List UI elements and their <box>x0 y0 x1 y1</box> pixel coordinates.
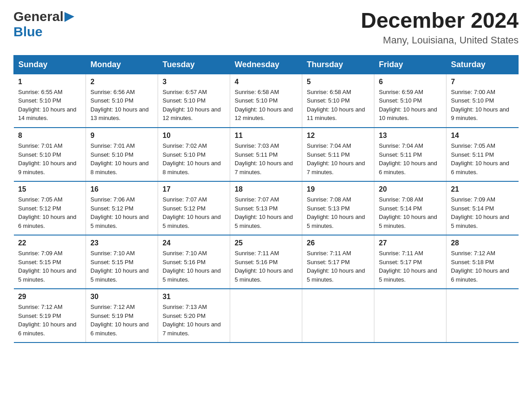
day-header-tuesday: Tuesday <box>158 55 230 74</box>
calendar-cell: 2 Sunrise: 6:56 AMSunset: 5:10 PMDayligh… <box>86 74 158 128</box>
day-info: Sunrise: 6:57 AMSunset: 5:10 PMDaylight:… <box>163 89 221 122</box>
day-header-wednesday: Wednesday <box>230 55 302 74</box>
day-number: 11 <box>235 132 297 140</box>
calendar-cell <box>374 289 446 342</box>
calendar-cell: 1 Sunrise: 6:55 AMSunset: 5:10 PMDayligh… <box>14 74 86 128</box>
day-number: 2 <box>90 78 153 86</box>
day-info: Sunrise: 7:04 AMSunset: 5:11 PMDaylight:… <box>379 142 437 176</box>
day-number: 19 <box>307 185 369 193</box>
calendar-cell: 22 Sunrise: 7:09 AMSunset: 5:15 PMDaylig… <box>14 235 86 289</box>
day-info: Sunrise: 6:55 AMSunset: 5:10 PMDaylight:… <box>18 89 77 122</box>
day-number: 4 <box>235 78 297 86</box>
day-info: Sunrise: 7:07 AMSunset: 5:12 PMDaylight:… <box>163 196 221 229</box>
calendar-cell: 16 Sunrise: 7:06 AMSunset: 5:12 PMDaylig… <box>86 181 158 235</box>
calendar-cell: 20 Sunrise: 7:08 AMSunset: 5:14 PMDaylig… <box>374 181 446 235</box>
day-info: Sunrise: 7:12 AMSunset: 5:19 PMDaylight:… <box>18 304 77 337</box>
day-header-sunday: Sunday <box>14 55 86 74</box>
calendar-cell: 28 Sunrise: 7:12 AMSunset: 5:18 PMDaylig… <box>446 235 519 289</box>
calendar-cell: 7 Sunrise: 7:00 AMSunset: 5:10 PMDayligh… <box>446 74 519 128</box>
calendar-week-4: 22 Sunrise: 7:09 AMSunset: 5:15 PMDaylig… <box>14 235 519 289</box>
day-info: Sunrise: 7:06 AMSunset: 5:12 PMDaylight:… <box>90 196 149 229</box>
day-number: 8 <box>18 132 82 140</box>
calendar-cell: 13 Sunrise: 7:04 AMSunset: 5:11 PMDaylig… <box>374 128 446 181</box>
calendar-cell: 18 Sunrise: 7:07 AMSunset: 5:13 PMDaylig… <box>230 181 302 235</box>
day-number: 25 <box>235 239 297 247</box>
day-number: 14 <box>451 132 514 140</box>
day-info: Sunrise: 7:02 AMSunset: 5:10 PMDaylight:… <box>163 142 221 176</box>
svg-marker-0 <box>64 12 74 22</box>
day-number: 22 <box>18 239 82 247</box>
day-number: 12 <box>307 132 369 140</box>
day-info: Sunrise: 7:04 AMSunset: 5:11 PMDaylight:… <box>307 142 365 176</box>
day-number: 30 <box>90 293 153 301</box>
calendar-cell: 11 Sunrise: 7:03 AMSunset: 5:11 PMDaylig… <box>230 128 302 181</box>
day-info: Sunrise: 7:10 AMSunset: 5:15 PMDaylight:… <box>90 250 149 283</box>
day-info: Sunrise: 7:11 AMSunset: 5:16 PMDaylight:… <box>235 250 293 283</box>
day-number: 7 <box>451 78 514 86</box>
day-number: 17 <box>163 185 225 193</box>
day-info: Sunrise: 6:58 AMSunset: 5:10 PMDaylight:… <box>235 89 293 122</box>
calendar-cell: 14 Sunrise: 7:05 AMSunset: 5:11 PMDaylig… <box>446 128 519 181</box>
calendar-cell: 19 Sunrise: 7:08 AMSunset: 5:13 PMDaylig… <box>302 181 374 235</box>
day-header-thursday: Thursday <box>302 55 374 74</box>
logo: General Blue <box>13 9 74 39</box>
calendar-cell: 4 Sunrise: 6:58 AMSunset: 5:10 PMDayligh… <box>230 74 302 128</box>
calendar-week-2: 8 Sunrise: 7:01 AMSunset: 5:10 PMDayligh… <box>14 128 519 181</box>
day-info: Sunrise: 7:01 AMSunset: 5:10 PMDaylight:… <box>18 142 77 176</box>
day-info: Sunrise: 7:05 AMSunset: 5:12 PMDaylight:… <box>18 196 77 229</box>
day-info: Sunrise: 6:59 AMSunset: 5:10 PMDaylight:… <box>379 89 437 122</box>
calendar-week-5: 29 Sunrise: 7:12 AMSunset: 5:19 PMDaylig… <box>14 289 519 342</box>
day-number: 13 <box>379 132 442 140</box>
calendar-cell: 15 Sunrise: 7:05 AMSunset: 5:12 PMDaylig… <box>14 181 86 235</box>
calendar-cell: 12 Sunrise: 7:04 AMSunset: 5:11 PMDaylig… <box>302 128 374 181</box>
month-title: December 2024 <box>361 9 519 33</box>
day-header-monday: Monday <box>86 55 158 74</box>
day-info: Sunrise: 7:11 AMSunset: 5:17 PMDaylight:… <box>307 250 365 283</box>
calendar-cell <box>230 289 302 342</box>
logo-general: General <box>13 9 64 24</box>
day-info: Sunrise: 7:07 AMSunset: 5:13 PMDaylight:… <box>235 196 293 229</box>
calendar-week-3: 15 Sunrise: 7:05 AMSunset: 5:12 PMDaylig… <box>14 181 519 235</box>
calendar-week-1: 1 Sunrise: 6:55 AMSunset: 5:10 PMDayligh… <box>14 74 519 128</box>
day-number: 26 <box>307 239 369 247</box>
logo-blue: Blue <box>13 24 43 39</box>
day-number: 1 <box>18 78 82 86</box>
day-info: Sunrise: 7:12 AMSunset: 5:18 PMDaylight:… <box>451 250 509 283</box>
day-info: Sunrise: 7:09 AMSunset: 5:14 PMDaylight:… <box>451 196 509 229</box>
day-info: Sunrise: 7:05 AMSunset: 5:11 PMDaylight:… <box>451 142 509 176</box>
day-number: 28 <box>451 239 514 247</box>
day-number: 15 <box>18 185 82 193</box>
day-info: Sunrise: 7:10 AMSunset: 5:16 PMDaylight:… <box>163 250 221 283</box>
day-number: 23 <box>90 239 153 247</box>
day-header-friday: Friday <box>374 55 446 74</box>
day-info: Sunrise: 6:58 AMSunset: 5:10 PMDaylight:… <box>307 89 365 122</box>
day-info: Sunrise: 7:09 AMSunset: 5:15 PMDaylight:… <box>18 250 77 283</box>
day-number: 31 <box>163 293 225 301</box>
calendar-cell: 5 Sunrise: 6:58 AMSunset: 5:10 PMDayligh… <box>302 74 374 128</box>
calendar-cell: 8 Sunrise: 7:01 AMSunset: 5:10 PMDayligh… <box>14 128 86 181</box>
day-number: 16 <box>90 185 153 193</box>
calendar-cell: 27 Sunrise: 7:11 AMSunset: 5:17 PMDaylig… <box>374 235 446 289</box>
title-area: December 2024 Many, Louisiana, United St… <box>361 9 519 46</box>
calendar-cell: 25 Sunrise: 7:11 AMSunset: 5:16 PMDaylig… <box>230 235 302 289</box>
calendar-cell: 9 Sunrise: 7:01 AMSunset: 5:10 PMDayligh… <box>86 128 158 181</box>
calendar-cell: 29 Sunrise: 7:12 AMSunset: 5:19 PMDaylig… <box>14 289 86 342</box>
day-info: Sunrise: 7:08 AMSunset: 5:14 PMDaylight:… <box>379 196 437 229</box>
calendar-cell: 6 Sunrise: 6:59 AMSunset: 5:10 PMDayligh… <box>374 74 446 128</box>
day-number: 24 <box>163 239 225 247</box>
calendar-table: SundayMondayTuesdayWednesdayThursdayFrid… <box>13 55 519 343</box>
day-number: 5 <box>307 78 369 86</box>
calendar-cell <box>446 289 519 342</box>
day-number: 3 <box>163 78 225 86</box>
day-number: 18 <box>235 185 297 193</box>
day-header-saturday: Saturday <box>446 55 519 74</box>
day-number: 20 <box>379 185 442 193</box>
day-info: Sunrise: 7:03 AMSunset: 5:11 PMDaylight:… <box>235 142 293 176</box>
calendar-cell: 24 Sunrise: 7:10 AMSunset: 5:16 PMDaylig… <box>158 235 230 289</box>
calendar-cell <box>302 289 374 342</box>
day-info: Sunrise: 6:56 AMSunset: 5:10 PMDaylight:… <box>90 89 149 122</box>
calendar-cell: 31 Sunrise: 7:13 AMSunset: 5:20 PMDaylig… <box>158 289 230 342</box>
calendar-cell: 17 Sunrise: 7:07 AMSunset: 5:12 PMDaylig… <box>158 181 230 235</box>
day-info: Sunrise: 7:01 AMSunset: 5:10 PMDaylight:… <box>90 142 149 176</box>
day-number: 29 <box>18 293 82 301</box>
